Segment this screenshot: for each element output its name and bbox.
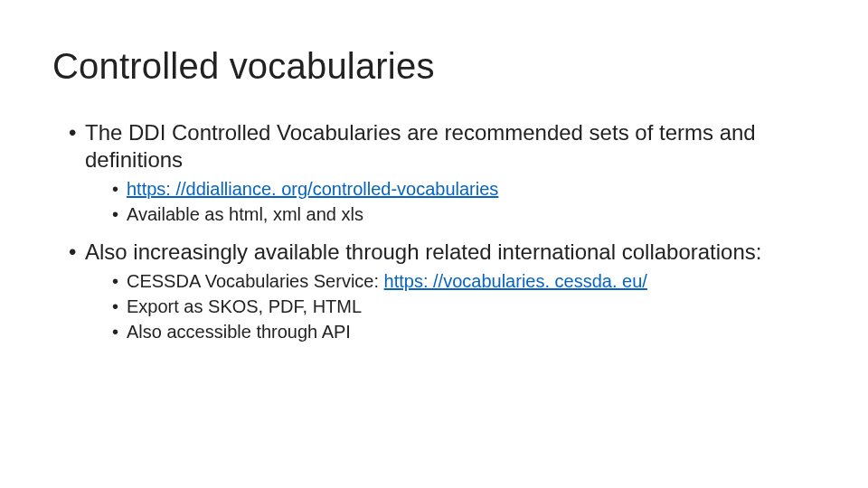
sub-bullet-list: CESSDA Vocabularies Service: https: //vo… — [85, 269, 814, 343]
bullet-list: The DDI Controlled Vocabularies are reco… — [52, 119, 814, 343]
sub-bullet-item: Export as SKOS, PDF, HTML — [112, 295, 814, 318]
bullet-text: The DDI Controlled Vocabularies are reco… — [85, 120, 756, 172]
sub-bullet-item: Also accessible through API — [112, 320, 814, 343]
bullet-item-2: Also increasingly available through rela… — [69, 239, 814, 343]
slide-title: Controlled vocabularies — [52, 45, 814, 87]
bullet-item-1: The DDI Controlled Vocabularies are reco… — [69, 119, 814, 226]
sub-bullet-link-item: https: //ddialliance. org/controlled-voc… — [112, 177, 814, 201]
ddialliance-link[interactable]: https: //ddialliance. org/controlled-voc… — [127, 179, 498, 199]
bullet-text: Also increasingly available through rela… — [85, 239, 761, 264]
cessda-link[interactable]: https: //vocabularies. cessda. eu/ — [384, 271, 647, 291]
sub-bullet-item: Available as html, xml and xls — [112, 202, 814, 226]
slide: Controlled vocabularies The DDI Controll… — [0, 0, 868, 488]
sub-bullet-prefix: CESSDA Vocabularies Service: — [127, 271, 384, 291]
sub-bullet-list: https: //ddialliance. org/controlled-voc… — [85, 177, 814, 226]
sub-bullet-cessda: CESSDA Vocabularies Service: https: //vo… — [112, 269, 814, 293]
